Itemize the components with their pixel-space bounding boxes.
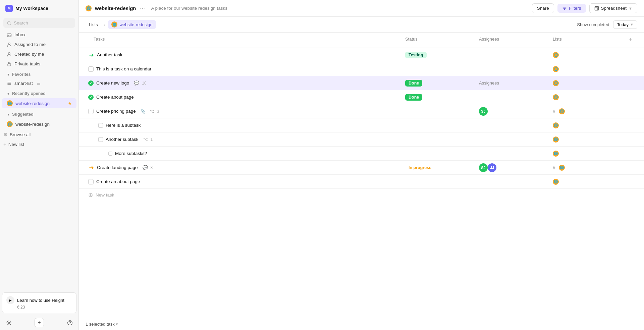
sidebar-item-assigned[interactable]: Assigned to me <box>2 40 76 49</box>
new-task-row[interactable]: ⊕ New task <box>79 189 644 201</box>
table-row[interactable]: ✓ Create about page Done 🌐 <box>79 90 644 104</box>
task-name-cell: ✓ Create new logo 💬 10 <box>86 79 402 87</box>
table-row[interactable]: Here is a subtask 🌐 <box>79 118 644 132</box>
chevron-down-icon3: ▼ <box>7 113 10 116</box>
assignee-avatar-sj: SJ <box>479 107 488 116</box>
status-cell: Done <box>402 93 476 102</box>
spreadsheet-button[interactable]: Spreadsheet ▼ <box>589 3 637 13</box>
learn-card[interactable]: ▶ Learn how to use Height 6:23 <box>2 292 76 313</box>
smart-list-label: smart-list <box>14 81 33 86</box>
assignees-cell <box>476 180 550 183</box>
table-row[interactable]: Create an about page 🌐 <box>79 175 644 189</box>
sidebar-item-private[interactable]: Private tasks <box>2 59 76 68</box>
lists-cell: # 🌐 <box>550 163 624 172</box>
help-icon[interactable] <box>65 318 74 327</box>
filter-lines-icon: ⚌ <box>37 81 41 86</box>
task-name-cell: Here is a subtask <box>96 121 402 129</box>
filter-icon <box>562 6 567 11</box>
svg-point-3 <box>8 53 10 54</box>
checkbox[interactable] <box>98 137 103 142</box>
checkbox[interactable] <box>88 66 94 72</box>
task-name-cell: Another subtask ⌥ 1 <box>96 135 402 143</box>
status-cell <box>402 138 476 141</box>
globe-list-icon: 🌐 <box>553 52 559 58</box>
globe-list-icon: 🌐 <box>559 108 565 114</box>
filters-button[interactable]: Filters <box>557 4 586 13</box>
table-header: Tasks Status Assignees Lists + <box>79 33 644 48</box>
assignees-cell <box>476 138 550 141</box>
table-row[interactable]: This is a task on a calendar 🌐 <box>79 62 644 76</box>
chevron-down-icon: ▼ <box>7 73 10 76</box>
task-name: Create about page <box>96 95 134 100</box>
favorites-section[interactable]: ▼ Favorites <box>2 69 76 78</box>
suggested-section[interactable]: ▼ Suggested <box>2 109 76 118</box>
assignee-avatar-sj: SJ <box>479 163 488 172</box>
selected-text: 1 selected task <box>86 322 115 327</box>
checkbox-done[interactable]: ✓ <box>88 95 94 100</box>
sidebar-item-website-redesign[interactable]: 🌐 website-redesign ★ <box>2 98 76 108</box>
col-add[interactable]: + <box>624 35 637 45</box>
workspace-header[interactable]: M My Workspace <box>0 0 78 17</box>
sidebar-item-inbox[interactable]: Inbox <box>2 30 76 39</box>
task-name: Create landing page <box>97 165 138 170</box>
settings-icon[interactable] <box>4 318 13 327</box>
add-button[interactable]: + <box>35 318 44 327</box>
search-bar[interactable]: Search <box>3 18 75 28</box>
breadcrumb-separator: › <box>104 22 106 27</box>
lists-cell: 🌐 <box>550 177 624 186</box>
status-badge: Done <box>405 80 422 87</box>
checkbox-arrow2[interactable]: ➜ <box>88 165 94 171</box>
checkbox-done[interactable]: ✓ <box>88 80 94 86</box>
breadcrumb-website-redesign[interactable]: 🌐 website-redesign <box>108 20 156 29</box>
today-button[interactable]: Today ▼ <box>613 20 637 29</box>
sidebar-item-created[interactable]: Created by me <box>2 50 76 59</box>
show-completed-button[interactable]: Show completed <box>577 22 609 27</box>
comment-count2: 3 <box>151 165 153 170</box>
task-name-cell: More subtasks? <box>106 150 402 157</box>
subtask-icon: ⌥ <box>150 109 154 114</box>
share-button[interactable]: Share <box>532 3 554 13</box>
project-globe-icon: 🌐 <box>86 5 92 11</box>
checkbox[interactable] <box>88 179 94 184</box>
assignees-cell <box>476 124 550 127</box>
table-row[interactable]: ➜ Create landing page 💬 3 In progress SJ… <box>79 161 644 175</box>
selected-count[interactable]: 1 selected task ▾ <box>86 322 118 327</box>
globe-list-icon: 🌐 <box>553 179 559 185</box>
checkbox[interactable] <box>98 123 103 128</box>
table-row[interactable]: ✓ Create new logo 💬 10 Done Assignees 🌐 <box>79 76 644 90</box>
new-list-button[interactable]: + New list <box>0 140 78 149</box>
bottom-bar: 1 selected task ▾ <box>79 318 644 330</box>
inbox-icon <box>7 32 12 37</box>
subtask-count: 3 <box>157 109 159 114</box>
status-cell <box>402 152 476 155</box>
attach-icon: 📎 <box>141 109 146 114</box>
checkbox-arrow[interactable]: ➜ <box>88 52 94 58</box>
status-cell: Testing <box>402 50 476 60</box>
checkbox[interactable] <box>108 152 112 156</box>
sidebar-item-label: Inbox <box>14 32 25 37</box>
task-name: Another task <box>97 52 122 57</box>
col-tasks: Tasks <box>86 35 402 45</box>
comment-icon: 💬 <box>134 80 139 86</box>
breadcrumb-lists[interactable]: Lists <box>86 21 101 29</box>
browse-all-button[interactable]: ⊕ Browse all <box>0 129 78 140</box>
search-placeholder: Search <box>14 20 28 25</box>
table-row[interactable]: More subtasks? 🌐 <box>79 147 644 161</box>
chevron-down-icon4: ▼ <box>629 6 632 10</box>
svg-rect-5 <box>7 82 11 82</box>
status-cell: In progress <box>402 163 476 172</box>
svg-rect-6 <box>7 83 11 84</box>
checkbox[interactable] <box>88 109 94 114</box>
new-task-label: New task <box>96 192 114 198</box>
comment-icon2: 💬 <box>143 165 148 170</box>
smart-list-item[interactable]: smart-list ⚌ <box>2 79 76 88</box>
more-options-icon[interactable]: ··· <box>140 5 147 12</box>
sidebar-item-suggested[interactable]: 🌐 website-redesign <box>2 119 76 129</box>
lock-icon <box>7 61 12 66</box>
recently-opened-section[interactable]: ▼ Recently opened <box>2 89 76 97</box>
table-row[interactable]: Create pricing page 📎 ⌥ 3 SJ # 🌐 <box>79 104 644 118</box>
search-icon <box>7 21 11 25</box>
table-row[interactable]: Another subtask ⌥ 1 🌐 <box>79 132 644 147</box>
sidebar-item-label: Assigned to me <box>14 42 46 47</box>
table-row[interactable]: ➜ Another task Testing 🌐 <box>79 48 644 62</box>
